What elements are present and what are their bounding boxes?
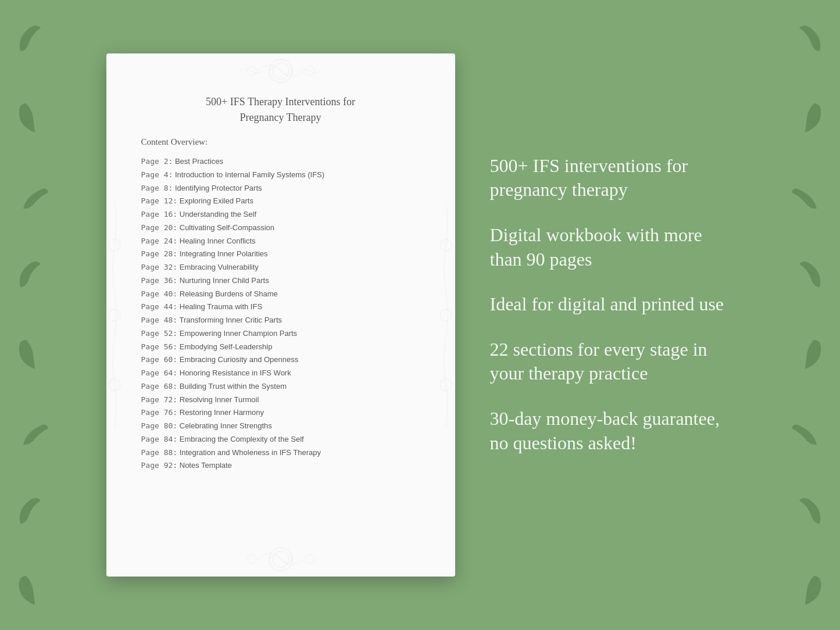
toc-item: Page 56: Embodying Self-Leadership bbox=[141, 341, 426, 354]
doc-footer-decoration bbox=[106, 542, 455, 577]
toc-item: Page 72: Resolving Inner Turmoil bbox=[141, 393, 426, 407]
main-content: 500+ IFS Therapy Interventions for Pregn… bbox=[72, 53, 769, 577]
toc-item: Page 48: Transforming Inner Critic Parts bbox=[141, 314, 426, 327]
svg-point-12 bbox=[440, 309, 452, 321]
toc-item: Page 16: Understanding the Self bbox=[141, 208, 426, 221]
toc-item: Page 52: Empowering Inner Champion Parts bbox=[141, 327, 426, 341]
feature-item: 22 sections for every stage in your ther… bbox=[490, 338, 734, 386]
toc-item: Page 40: Releasing Burdens of Shame bbox=[141, 288, 426, 301]
document-title: 500+ IFS Therapy Interventions for Pregn… bbox=[135, 94, 426, 126]
toc-item: Page 88: Integration and Wholeness in IF… bbox=[141, 446, 426, 460]
svg-point-6 bbox=[247, 554, 256, 564]
doc-header-decoration bbox=[106, 53, 455, 88]
svg-point-9 bbox=[109, 309, 120, 321]
toc-item: Page 8: Identifying Protector Parts bbox=[141, 182, 426, 195]
feature-item: 500+ IFS interventions for pregnancy the… bbox=[490, 154, 734, 202]
toc-item: Page 20: Cultivating Self-Compassion bbox=[141, 221, 426, 235]
svg-point-7 bbox=[305, 554, 314, 564]
toc-item: Page 2: Best Practices bbox=[141, 155, 426, 169]
toc-item: Page 64: Honoring Resistance in IFS Work bbox=[141, 367, 426, 380]
toc-item: Page 60: Embracing Curiosity and Opennes… bbox=[141, 353, 426, 367]
feature-item: Digital workbook with more than 90 pages bbox=[490, 223, 734, 271]
features-panel: 500+ IFS interventions for pregnancy the… bbox=[490, 154, 734, 476]
toc-item: Page 92: Notes Template bbox=[141, 459, 426, 472]
toc-item: Page 28: Integrating Inner Polarities bbox=[141, 248, 426, 261]
toc-item: Page 12: Exploring Exiled Parts bbox=[141, 195, 426, 208]
section-label: Content Overview: bbox=[135, 137, 426, 147]
toc-item: Page 76: Restoring Inner Harmony bbox=[141, 406, 426, 420]
toc-item: Page 24: Healing Inner Conflicts bbox=[141, 235, 426, 248]
feature-item: Ideal for digital and printed use bbox=[490, 292, 734, 317]
toc-item: Page 32: Embracing Vulnerability bbox=[141, 261, 426, 274]
toc-item: Page 44: Healing Trauma with IFS bbox=[141, 300, 426, 314]
document-preview: 500+ IFS Therapy Interventions for Pregn… bbox=[106, 53, 455, 577]
doc-side-decoration-right bbox=[438, 100, 455, 530]
right-decoration bbox=[770, 0, 840, 630]
toc-item: Page 84: Embracing the Complexity of the… bbox=[141, 433, 426, 446]
toc-item: Page 80: Celebrating Inner Strengths bbox=[141, 420, 426, 433]
toc-item: Page 4: Introduction to Internal Family … bbox=[141, 169, 426, 182]
toc-item: Page 68: Building Trust within the Syste… bbox=[141, 380, 426, 393]
doc-side-decoration-left bbox=[106, 100, 124, 530]
toc-item: Page 36: Nurturing Inner Child Parts bbox=[141, 274, 426, 288]
toc-list: Page 2: Best PracticesPage 4: Introducti… bbox=[135, 155, 426, 472]
left-decoration bbox=[0, 0, 70, 630]
feature-item: 30-day money-back guarantee, no question… bbox=[490, 407, 734, 455]
